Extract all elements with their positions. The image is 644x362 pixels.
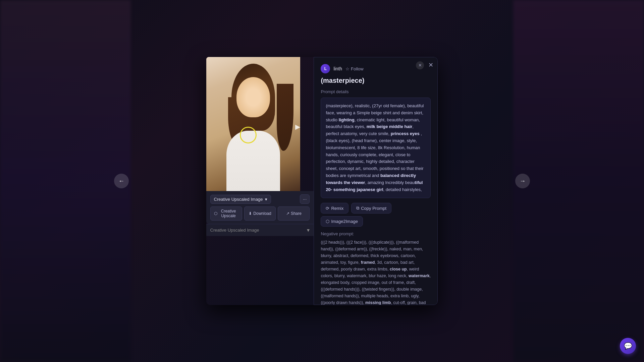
main-image: ▶ (206, 57, 300, 191)
play-icon: ▶ (295, 123, 300, 131)
portrait-hair-right (277, 84, 293, 151)
portrait-face (236, 77, 270, 117)
image2image-label: Image2Image (331, 219, 358, 224)
prompt-action-row: ⟳ Remix ⧉ Copy Prompt ⬡ Image2Image (321, 203, 431, 227)
follow-button[interactable]: ☆ Follow (345, 66, 364, 71)
prev-arrow-button[interactable]: ← (114, 174, 129, 188)
image2image-button[interactable]: ⬡ Image2Image (321, 216, 363, 227)
next-arrow-button[interactable]: → (515, 174, 530, 188)
share-label: Share (291, 211, 302, 216)
image-label-row: Creative Upscaled Image ▾ ··· (210, 194, 310, 204)
star-icon: ☆ (345, 66, 350, 71)
image-label-text: Creative Upscaled Image (214, 197, 263, 202)
detail-panel: × ✕ L linth ☆ Follow (masterpiece) Promp… (314, 57, 438, 305)
more-options-button[interactable]: ··· (300, 194, 310, 204)
image-side: ▶ Creative Upscaled Image ▾ ··· ⬡ Creati… (206, 57, 314, 305)
remix-button[interactable]: ⟳ Remix (321, 203, 348, 214)
close-icon: ✕ (428, 62, 433, 68)
chat-icon: 💬 (624, 342, 632, 350)
bottom-image-label: Creative Upscaled Image (210, 228, 259, 233)
upscale-icon: ⬡ (214, 211, 217, 216)
share-button[interactable]: ↗ Share (278, 206, 310, 221)
chevron-down-icon: ▾ (265, 197, 267, 202)
remix-label: Remix (331, 206, 343, 211)
dots-icon: ··· (303, 196, 307, 202)
copy-prompt-button[interactable]: ⧉ Copy Prompt (351, 203, 391, 214)
portrait-background (206, 57, 300, 191)
follow-label: Follow (351, 66, 364, 71)
right-arrow-icon: → (520, 178, 526, 185)
prompt-details-label: Prompt details (321, 89, 431, 94)
copy-prompt-label: Copy Prompt (361, 206, 386, 211)
image-controls: Creative Upscaled Image ▾ ··· ⬡ Creative… (206, 191, 314, 224)
download-button[interactable]: ⬇ Download (244, 206, 276, 221)
negative-prompt-text: (((2 heads))), (((2 face))), (((duplicat… (321, 239, 431, 305)
copy-icon: ⧉ (356, 205, 359, 211)
close-button[interactable]: ✕ (428, 61, 433, 69)
remix-icon: ⟳ (326, 206, 329, 211)
x-icon: × (419, 62, 422, 68)
share-icon: ↗ (286, 211, 289, 216)
left-arrow-icon: ← (118, 178, 124, 185)
prompt-text: (masterpiece), realistic, (27yr old fema… (326, 103, 426, 193)
upscale-label: Creative Upscale (219, 209, 238, 218)
image2image-icon: ⬡ (326, 219, 329, 224)
image-detail-panel: ▶ Creative Upscaled Image ▾ ··· ⬡ Creati… (206, 57, 438, 305)
main-container: ← ▶ Creative Upscaled Image ▾ (0, 0, 644, 362)
negative-prompt-label: Negative prompt: (321, 231, 431, 236)
image-action-buttons: ⬡ Creative Upscale ⬇ Download ↗ Share (210, 206, 310, 221)
prompt-box: (masterpiece), realistic, (27yr old fema… (321, 98, 431, 198)
username-label: linth (333, 66, 342, 71)
avatar: L (321, 64, 330, 73)
download-label: Download (253, 211, 271, 216)
image-title: (masterpiece) (321, 77, 431, 84)
bottom-chevron-icon: ▾ (307, 227, 310, 233)
image-label-select[interactable]: Creative Upscaled Image ▾ (210, 195, 271, 204)
creative-upscale-button[interactable]: ⬡ Creative Upscale (210, 206, 242, 221)
chat-fab-button[interactable]: 💬 (620, 338, 636, 354)
download-icon: ⬇ (249, 211, 252, 216)
user-row: L linth ☆ Follow (321, 64, 431, 73)
